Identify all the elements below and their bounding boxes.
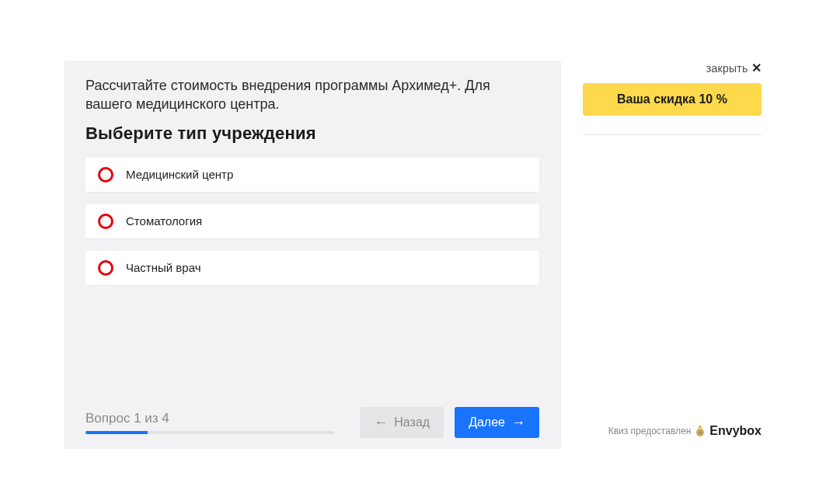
progress-block: Вопрос 1 из 4 [85,411,360,434]
back-button-label: Назад [394,415,430,429]
option-dentistry[interactable]: Стоматология [85,204,539,238]
arrow-left-icon: ← [374,415,388,431]
provider-attribution[interactable]: Квиз предоставлен Envybox [583,424,762,438]
progress-bar [85,431,334,434]
envybox-icon [695,425,705,437]
option-label: Стоматология [126,214,202,228]
nav-buttons: ← Назад Далее → [360,407,539,438]
next-button[interactable]: Далее → [455,407,539,438]
close-icon: ✕ [751,61,762,75]
quiz-footer: Вопрос 1 из 4 ← Назад Далее → [85,407,539,438]
progress-fill [85,431,148,434]
provider-prefix: Квиз предоставлен [608,426,692,436]
option-private-doctor[interactable]: Частный врач [85,251,539,285]
discount-badge: Ваша скидка 10 % [583,83,762,116]
option-medical-center[interactable]: Медицинский центр [85,158,539,192]
quiz-intro: Рассчитайте стоимость внедрения программ… [85,76,539,114]
sidebar: закрыть ✕ Ваша скидка 10 % [583,61,762,135]
option-label: Частный врач [126,261,200,274]
radio-icon [98,214,113,229]
divider [583,134,762,135]
next-button-label: Далее [469,415,505,429]
question-title: Выберите тип учреждения [85,123,539,144]
back-button[interactable]: ← Назад [360,407,444,438]
progress-text: Вопрос 1 из 4 [85,411,344,426]
options-list: Медицинский центр Стоматология Частный в… [85,158,539,297]
option-label: Медицинский центр [126,168,233,181]
close-label: закрыть [706,62,748,75]
radio-icon [98,260,113,276]
radio-icon [98,167,113,182]
provider-brand: Envybox [709,424,762,438]
arrow-right-icon: → [511,415,525,431]
svg-point-2 [699,431,702,433]
close-button[interactable]: закрыть ✕ [583,61,762,75]
quiz-panel: Рассчитайте стоимость внедрения программ… [64,61,561,449]
